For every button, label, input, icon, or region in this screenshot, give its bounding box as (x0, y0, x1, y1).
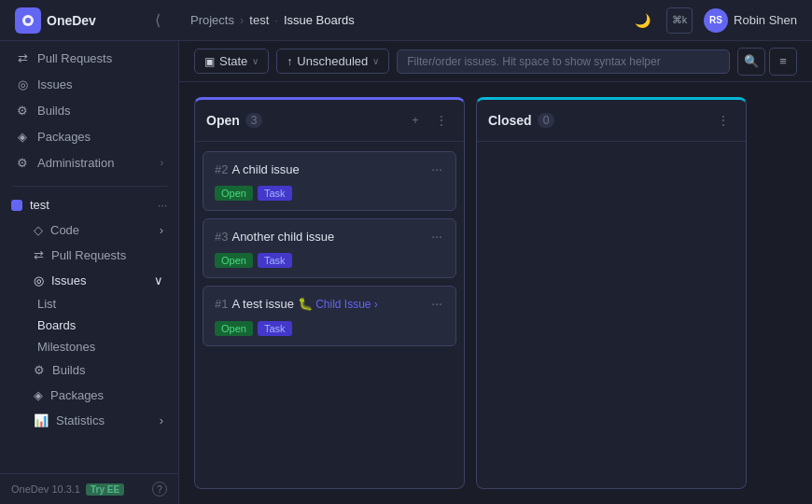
issues-icon: ◎ (15, 77, 30, 91)
state-filter-button[interactable]: ▣ State ∨ (194, 49, 269, 74)
code-icon: ◇ (34, 223, 43, 237)
sidebar-label-statistics: Statistics (56, 413, 105, 427)
issue-card-3-more-button[interactable]: ··· (429, 229, 444, 244)
issue-card-1-more-button[interactable]: ··· (429, 296, 444, 311)
column-actions-open: + ⋮ (404, 109, 453, 132)
issue-card-1-title: #1A test issue 🐛 Child Issue › (215, 296, 378, 313)
version-bar: OneDev 10.3.1 Try EE ? (0, 473, 178, 504)
issue-card-2[interactable]: #2A child issue ··· Open Task (203, 151, 456, 211)
board-area: Open 3 + ⋮ #2A child issue ··· (179, 82, 812, 504)
breadcrumb-project[interactable]: test (249, 13, 269, 27)
column-header-open: Open 3 + ⋮ (195, 100, 464, 142)
column-title-open: Open (206, 113, 240, 128)
collapse-sidebar-button[interactable]: ⟨ (155, 11, 161, 29)
issue-card-1-tags: Open Task (215, 321, 444, 336)
sidebar-item-milestones[interactable]: Milestones (0, 336, 178, 357)
filter-placeholder: Filter/order issues. Hit space to show s… (407, 55, 660, 68)
state-filter-label: State (219, 54, 247, 68)
sidebar-item-project-builds[interactable]: ⚙ Builds (4, 358, 175, 382)
user-name: Robin Shen (734, 13, 797, 27)
column-menu-button-closed[interactable]: ⋮ (712, 109, 735, 132)
issue-card-3-num: #3 (215, 230, 228, 244)
sidebar-item-project-issues[interactable]: ◎ Issues ∨ (4, 269, 175, 292)
help-button[interactable]: ? (152, 482, 167, 497)
sidebar-item-pull-requests[interactable]: ⇄ Pull Requests (4, 46, 175, 71)
breadcrumb-sep2: · (274, 13, 278, 27)
sidebar-item-issues[interactable]: ◎ Issues (4, 72, 175, 97)
schedule-filter-label: Unscheduled (297, 54, 368, 68)
dark-mode-button[interactable]: 🌙 (629, 7, 655, 34)
state-filter-chevron-icon: ∨ (252, 56, 259, 66)
try-ee-badge[interactable]: Try EE (86, 483, 124, 496)
sidebar-project-name-label: test (30, 198, 49, 212)
sidebar-label-project-pull-requests: Pull Requests (51, 248, 126, 262)
add-issue-button[interactable]: + (404, 109, 427, 132)
sidebar-label-code: Code (50, 223, 79, 237)
child-issue-link[interactable]: Child Issue › (315, 298, 378, 311)
content-area: ▣ State ∨ ↑ Unscheduled ∨ Filter/order i… (179, 41, 812, 504)
breadcrumb-projects[interactable]: Projects (190, 13, 234, 27)
sidebar-project-header[interactable]: test ··· (0, 192, 178, 217)
sidebar-label-issues: Issues (37, 77, 163, 91)
filter-input[interactable]: Filter/order issues. Hit space to show s… (397, 49, 730, 74)
user-menu[interactable]: RS Robin Shen (704, 8, 797, 33)
sidebar-item-boards[interactable]: Boards (0, 315, 178, 336)
statistics-icon: 📊 (34, 413, 49, 427)
tag-open: Open (215, 186, 253, 201)
column-title-closed: Closed (488, 113, 532, 128)
svg-point-1 (25, 18, 31, 23)
statistics-chevron-icon: › (160, 413, 163, 427)
sidebar-label-pull-requests: Pull Requests (37, 51, 163, 65)
sidebar-item-list[interactable]: List (0, 293, 178, 315)
sidebar-item-code[interactable]: ◇ Code › (4, 218, 175, 242)
state-filter-icon: ▣ (204, 55, 215, 68)
sidebar-label-project-issues: Issues (51, 273, 87, 287)
sidebar-label-builds: Builds (37, 104, 163, 118)
column-count-closed: 0 (538, 113, 555, 128)
sidebar-item-project-pull-requests[interactable]: ⇄ Pull Requests (4, 244, 175, 267)
sidebar-item-administration[interactable]: ⚙ Administration › (4, 150, 175, 175)
sidebar-item-builds[interactable]: ⚙ Builds (4, 98, 175, 123)
issue-card-3[interactable]: #3Another child issue ··· Open Task (203, 218, 456, 278)
issue-card-1[interactable]: #1A test issue 🐛 Child Issue › ··· Open … (203, 286, 456, 345)
column-actions-closed: ⋮ (712, 109, 735, 132)
issue-card-1-header: #1A test issue 🐛 Child Issue › ··· (215, 296, 444, 313)
column-header-closed: Closed 0 ⋮ (477, 100, 746, 142)
code-chevron-icon: › (160, 223, 163, 237)
packages-icon: ◈ (15, 130, 30, 144)
tag-task-1: Task (258, 321, 292, 336)
sidebar-item-statistics[interactable]: 📊 Statistics › (4, 409, 175, 432)
breadcrumb-sep1: › (240, 13, 244, 27)
column-body-open: #2A child issue ··· Open Task (195, 142, 464, 488)
list-view-button[interactable]: ≡ (769, 48, 797, 76)
admin-chevron-icon: › (161, 158, 163, 168)
logo-area[interactable]: OneDev ⟨ (15, 7, 161, 34)
project-dot-icon (11, 200, 22, 211)
app-logo (15, 7, 41, 34)
sidebar-label-packages: Packages (37, 130, 163, 144)
issue-card-3-header: #3Another child issue ··· (215, 229, 444, 245)
pull-requests-icon: ⇄ (15, 51, 30, 65)
issue-card-2-num: #2 (215, 162, 228, 176)
sidebar-item-project-packages[interactable]: ◈ Packages (4, 384, 175, 407)
column-count-open: 3 (245, 113, 263, 128)
top-header: OneDev ⟨ Projects › test · Issue Boards … (0, 0, 812, 41)
version-label: OneDev 10.3.1 (11, 483, 80, 495)
tag-task-3: Task (258, 253, 292, 268)
column-menu-button[interactable]: ⋮ (430, 109, 453, 132)
board-column-open: Open 3 + ⋮ #2A child issue ··· (194, 97, 465, 489)
toolbar-action-icons: 🔍 ≡ (737, 48, 797, 76)
toolbar: ▣ State ∨ ↑ Unscheduled ∨ Filter/order i… (179, 41, 812, 82)
sidebar-item-packages[interactable]: ◈ Packages (4, 124, 175, 149)
tag-task: Task (258, 186, 292, 201)
sidebar-global-nav: ⇄ Pull Requests ◎ Issues ⚙ Builds ◈ Pack… (0, 41, 178, 180)
schedule-filter-button[interactable]: ↑ Unscheduled ∨ (276, 49, 389, 74)
search-button[interactable]: 🔍 (737, 48, 765, 76)
avatar: RS (704, 8, 728, 33)
board-column-closed: Closed 0 ⋮ (476, 97, 747, 489)
keyboard-shortcuts-button[interactable]: ⌘k (666, 7, 693, 34)
sidebar-label-administration: Administration (37, 156, 153, 170)
column-body-closed (477, 142, 746, 488)
issue-card-2-more-button[interactable]: ··· (429, 161, 444, 176)
project-dots-menu[interactable]: ··· (158, 199, 167, 212)
